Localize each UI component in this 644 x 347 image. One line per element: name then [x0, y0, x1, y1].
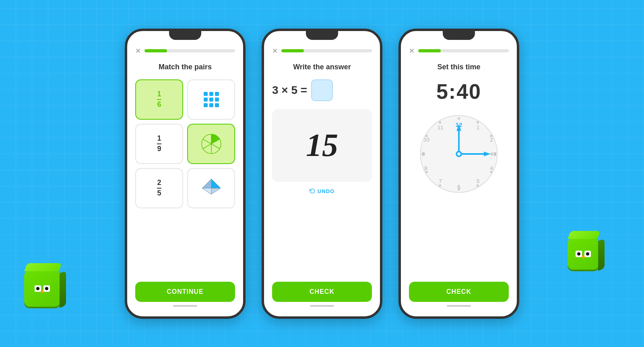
equation-row: 3 × 5 =: [272, 79, 372, 101]
svg-text:7: 7: [439, 178, 442, 184]
svg-point-43: [490, 152, 493, 156]
close-button-1[interactable]: ✕: [135, 47, 140, 55]
svg-text:11: 11: [438, 124, 444, 130]
fraction-1-9: 1 9: [157, 135, 161, 153]
handwriting-area[interactable]: 15: [272, 109, 372, 182]
svg-point-20: [439, 184, 441, 187]
pair-card-5[interactable]: 2 5: [135, 168, 183, 208]
svg-text:5: 5: [477, 178, 479, 184]
check-button-3[interactable]: CHECK: [409, 282, 509, 302]
notch-3: [443, 31, 475, 40]
home-indicator-3: [447, 305, 471, 307]
svg-marker-9: [202, 179, 211, 188]
top-bar-1: ✕: [135, 47, 235, 55]
undo-label: UNDO: [318, 188, 334, 194]
svg-text:6: 6: [457, 183, 460, 189]
pairs-grid: 1 6 1 9: [135, 79, 235, 208]
svg-point-13: [458, 117, 460, 120]
svg-text:2: 2: [490, 137, 493, 143]
svg-text:4: 4: [490, 165, 493, 171]
equation-text: 3 × 5 =: [272, 84, 307, 97]
phone-1: ✕ Match the pairs 1 6: [125, 29, 246, 319]
home-indicator-2: [310, 305, 334, 307]
progress-bg-3: [418, 49, 509, 52]
svg-text:3: 3: [493, 151, 496, 157]
svg-point-42: [457, 152, 460, 156]
pair-card-6[interactable]: [187, 168, 235, 208]
top-bar-2: ✕: [272, 47, 372, 55]
pair-card-1[interactable]: 1 6: [135, 79, 183, 120]
progress-bg-1: [144, 49, 235, 52]
kite-icon: [200, 177, 222, 199]
screen-title-1: Match the pairs: [135, 63, 235, 71]
close-button-2[interactable]: ✕: [272, 47, 277, 55]
pair-card-3[interactable]: 1 9: [135, 124, 183, 164]
mascot-left: [24, 270, 68, 315]
fraction-2-5: 2 5: [157, 179, 161, 197]
pair-card-4[interactable]: [187, 124, 235, 164]
undo-button[interactable]: UNDO: [272, 185, 372, 197]
notch-2: [306, 31, 338, 40]
svg-text:8: 8: [424, 165, 427, 171]
svg-marker-11: [202, 188, 211, 194]
fraction-1-6: 1 6: [157, 90, 161, 109]
top-bar-3: ✕: [409, 47, 509, 55]
notch-1: [169, 31, 201, 40]
answer-input-box[interactable]: [311, 79, 333, 101]
screen-title-3: Set this time: [409, 63, 509, 71]
mascot-right: [568, 238, 604, 274]
progress-fill-2: [281, 49, 304, 52]
svg-marker-8: [211, 179, 221, 188]
analog-clock[interactable]: 12 1 2 3 4 5 6 7 8 9 10 11: [417, 112, 501, 196]
screen-title-2: Write the answer: [272, 63, 372, 71]
svg-text:1: 1: [477, 124, 479, 130]
svg-text:10: 10: [423, 137, 429, 143]
handwritten-answer: 15: [306, 127, 338, 164]
progress-fill-1: [144, 49, 167, 52]
continue-button[interactable]: CONTINUE: [135, 282, 235, 302]
svg-point-24: [439, 121, 441, 123]
undo-icon: [310, 188, 315, 194]
svg-text:9: 9: [422, 151, 425, 157]
phone-3: ✕ Set this time 5:40: [398, 29, 519, 319]
close-button-3[interactable]: ✕: [409, 47, 414, 55]
progress-bg-2: [281, 49, 372, 52]
phone-2: ✕ Write the answer 3 × 5 = 15 UNDO CHECK: [262, 29, 382, 319]
svg-point-14: [477, 121, 479, 123]
svg-marker-10: [211, 188, 221, 194]
clock-container: 12 1 2 3 4 5 6 7 8 9 10 11: [409, 112, 509, 196]
dot-grid-icon: [204, 92, 219, 107]
progress-fill-3: [418, 49, 441, 52]
check-button-2[interactable]: CHECK: [272, 282, 372, 302]
svg-point-18: [477, 184, 479, 187]
pie-icon: [200, 133, 222, 155]
home-indicator-1: [173, 305, 197, 307]
time-display: 5:40: [409, 79, 509, 104]
pair-card-2[interactable]: [187, 79, 235, 120]
